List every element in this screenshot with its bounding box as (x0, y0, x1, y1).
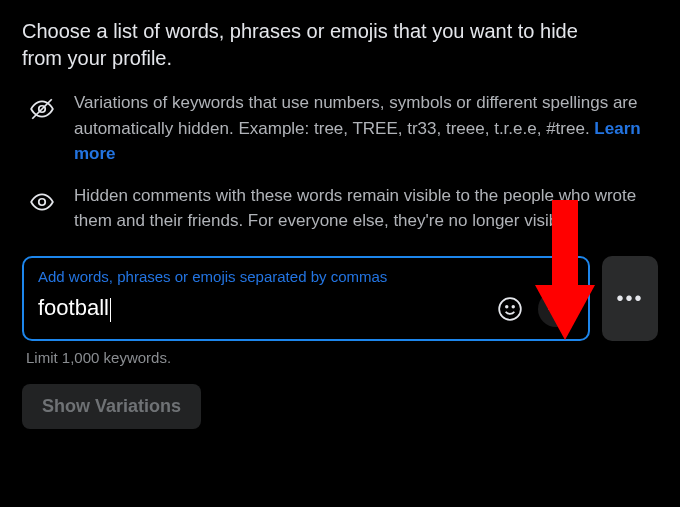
emoji-picker-button[interactable] (492, 291, 528, 327)
eye-off-icon (28, 90, 56, 122)
eye-icon (28, 183, 56, 215)
intro-text: Choose a list of words, phrases or emoji… (22, 18, 622, 72)
svg-point-5 (512, 305, 514, 307)
keywords-input-label: Add words, phrases or emojis separated b… (38, 268, 574, 285)
svg-point-2 (39, 198, 46, 205)
info-hidden-text: Hidden comments with these words remain … (74, 183, 644, 234)
show-variations-button[interactable]: Show Variations (22, 384, 201, 429)
more-options-button[interactable]: ••• (602, 256, 658, 341)
keywords-input[interactable]: football (38, 295, 482, 321)
text-caret (110, 298, 111, 322)
keywords-input-container[interactable]: Add words, phrases or emojis separated b… (22, 256, 590, 341)
svg-point-3 (499, 298, 521, 320)
svg-point-4 (506, 305, 508, 307)
keyword-limit-text: Limit 1,000 keywords. (26, 349, 658, 366)
info-row-variations: Variations of keywords that use numbers,… (22, 90, 658, 167)
add-keyword-button[interactable] (538, 291, 574, 327)
info-row-hidden: Hidden comments with these words remain … (22, 183, 658, 234)
info-variations-text: Variations of keywords that use numbers,… (74, 93, 637, 138)
